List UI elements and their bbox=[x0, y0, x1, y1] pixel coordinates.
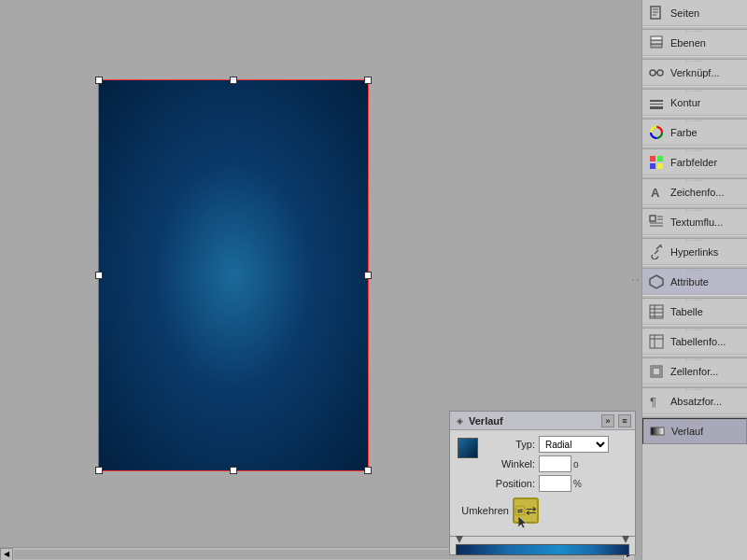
panel-item-absatzfor[interactable]: ¶ Absatzfor... bbox=[642, 388, 747, 414]
right-panel: Seiten Ebenen Verknüpf... Kontur Farbe bbox=[641, 0, 747, 560]
scroll-left-button[interactable]: ◀ bbox=[0, 548, 13, 561]
tabelle-icon bbox=[648, 303, 665, 320]
gradient-stop-right[interactable] bbox=[622, 536, 629, 543]
svg-rect-10 bbox=[650, 100, 663, 102]
svg-rect-15 bbox=[657, 156, 663, 161]
verlauf-menu-button[interactable]: ≡ bbox=[618, 414, 631, 427]
verlauf-icon bbox=[649, 423, 666, 440]
gradient-bar-container bbox=[450, 536, 635, 554]
verlauf-collapse-button[interactable]: » bbox=[601, 414, 614, 427]
separator-7 bbox=[642, 205, 747, 209]
svg-rect-19 bbox=[650, 216, 655, 221]
tabelle-label: Tabelle bbox=[670, 306, 703, 317]
ebenen-icon bbox=[648, 35, 665, 51]
panel-item-tabelle[interactable]: Tabelle bbox=[642, 299, 747, 325]
svg-point-7 bbox=[650, 70, 655, 76]
separator-13 bbox=[642, 385, 747, 388]
verlauf-label: Verlauf bbox=[671, 426, 703, 437]
separator-9 bbox=[642, 265, 747, 269]
attribute-label: Attribute bbox=[670, 276, 709, 287]
panel-item-ebenen[interactable]: Ebenen bbox=[642, 30, 747, 56]
separator-4 bbox=[642, 116, 747, 119]
separator-2 bbox=[642, 56, 747, 60]
verlauf-preview-swatch[interactable] bbox=[458, 438, 478, 458]
selected-object[interactable] bbox=[98, 79, 369, 471]
zellenfor-icon bbox=[648, 363, 665, 380]
panel-item-farbfelder[interactable]: Farbfelder bbox=[642, 149, 747, 175]
separator-3 bbox=[642, 86, 747, 90]
farbfelder-icon bbox=[648, 154, 665, 171]
winkel-input[interactable] bbox=[539, 455, 571, 472]
separator-6 bbox=[642, 175, 747, 179]
svg-marker-24 bbox=[650, 275, 663, 288]
umkehren-button[interactable]: ⇄ bbox=[513, 497, 539, 524]
typ-label: Typ: bbox=[484, 439, 535, 450]
svg-text:A: A bbox=[651, 186, 660, 200]
kontur-icon bbox=[648, 94, 665, 111]
handle-bottom-middle[interactable] bbox=[230, 467, 237, 474]
winkel-unit: o bbox=[573, 459, 579, 469]
separator-14 bbox=[642, 414, 747, 418]
absatzfor-icon: ¶ bbox=[648, 393, 665, 410]
panel-item-textumflus[interactable]: Textumflu... bbox=[642, 209, 747, 235]
verlauf-content: Typ: Linear Radial Winkel: o Position: bbox=[450, 430, 635, 532]
farbe-icon bbox=[648, 124, 665, 141]
panel-item-farbe[interactable]: Farbe bbox=[642, 119, 747, 146]
svg-rect-30 bbox=[650, 335, 663, 348]
svg-text:¶: ¶ bbox=[650, 395, 656, 409]
handle-middle-right[interactable] bbox=[364, 272, 372, 279]
typ-select[interactable]: Linear Radial bbox=[539, 436, 609, 453]
farbfelder-label: Farbfelder bbox=[670, 157, 717, 168]
handle-middle-left[interactable] bbox=[95, 272, 103, 279]
winkel-label: Winkel: bbox=[484, 458, 535, 469]
attribute-icon bbox=[648, 273, 665, 290]
seiten-icon bbox=[648, 5, 665, 21]
verlauf-title-icon: ◈ bbox=[454, 415, 465, 427]
panel-item-tabellenfo[interactable]: Tabellenfo... bbox=[642, 329, 747, 355]
svg-point-8 bbox=[657, 70, 663, 76]
zeichenfo-label: Zeichenfo... bbox=[670, 187, 724, 198]
handle-top-middle[interactable] bbox=[230, 77, 237, 84]
separator-10 bbox=[642, 295, 747, 299]
handle-bottom-left[interactable] bbox=[95, 467, 103, 474]
separator-1 bbox=[642, 26, 747, 30]
verknuepf-icon bbox=[648, 64, 665, 81]
hyperlinks-label: Hyperlinks bbox=[670, 246, 718, 258]
svg-rect-11 bbox=[650, 104, 663, 105]
handle-bottom-right[interactable] bbox=[364, 467, 372, 474]
svg-rect-17 bbox=[657, 163, 663, 169]
panel-item-zellenfor[interactable]: Zellenfor... bbox=[642, 358, 747, 385]
gradient-stop-left[interactable] bbox=[456, 536, 463, 543]
svg-rect-34 bbox=[653, 368, 660, 375]
textumflus-icon bbox=[648, 214, 665, 231]
panel-item-kontur[interactable]: Kontur bbox=[642, 90, 747, 116]
svg-rect-36 bbox=[651, 427, 664, 435]
panel-item-attribute[interactable]: Attribute bbox=[642, 269, 747, 295]
position-input[interactable] bbox=[539, 475, 571, 492]
position-label: Position: bbox=[484, 478, 535, 489]
svg-rect-14 bbox=[650, 156, 655, 161]
gradient-bar[interactable] bbox=[456, 544, 629, 555]
verknuepf-label: Verknüpf... bbox=[670, 67, 720, 78]
verlauf-floating-panel: ◈ Verlauf » ≡ Typ: Linear Radial Winkel: bbox=[449, 411, 636, 555]
kontur-label: Kontur bbox=[670, 97, 700, 108]
separator-11 bbox=[642, 325, 747, 329]
panel-item-verknuepf[interactable]: Verknüpf... bbox=[642, 60, 747, 86]
verlauf-titlebar: ◈ Verlauf » ≡ bbox=[450, 412, 635, 430]
handle-top-right[interactable] bbox=[364, 77, 372, 84]
svg-rect-5 bbox=[651, 40, 662, 44]
handle-top-left[interactable] bbox=[95, 77, 103, 84]
svg-rect-16 bbox=[650, 163, 655, 169]
farbe-label: Farbe bbox=[670, 127, 698, 138]
panel-item-verlauf[interactable]: Verlauf bbox=[642, 418, 747, 444]
panel-item-seiten[interactable]: Seiten bbox=[642, 0, 747, 26]
hyperlinks-icon bbox=[648, 244, 665, 260]
svg-text:⇄: ⇄ bbox=[517, 507, 523, 515]
umkehren-row: Umkehren ⇄ bbox=[458, 497, 627, 524]
tabellenfo-label: Tabellenfo... bbox=[670, 336, 726, 347]
panel-item-hyperlinks[interactable]: Hyperlinks bbox=[642, 239, 747, 265]
ebenen-label: Ebenen bbox=[670, 37, 706, 49]
svg-rect-6 bbox=[651, 36, 662, 40]
tabellenfo-icon bbox=[648, 333, 665, 350]
panel-item-zeichenfo[interactable]: A Zeichenfo... bbox=[642, 179, 747, 205]
